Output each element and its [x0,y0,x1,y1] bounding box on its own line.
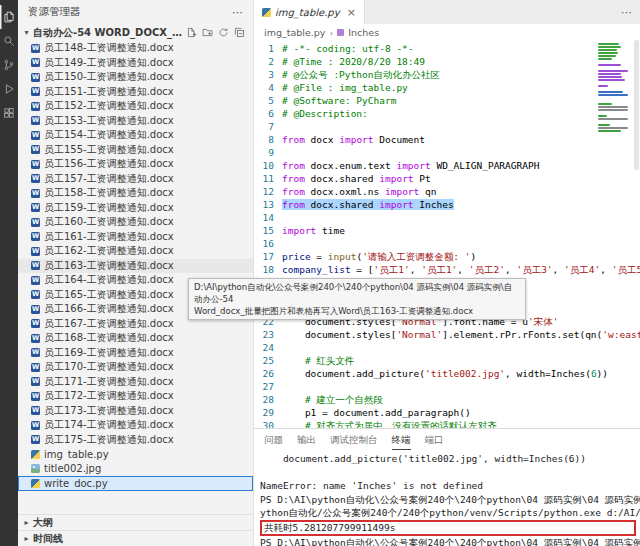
panel-tab[interactable]: 输出 [297,430,316,450]
word-file-icon: W [31,203,40,212]
file-row[interactable]: W员工168-工资调整通知.docx [18,331,253,346]
selection-highlight: from docx.shared import Inches [282,199,454,210]
line-number: 10 [254,159,274,172]
minimap[interactable] [598,43,632,133]
word-file-icon: W [31,87,40,96]
python-icon [262,8,271,17]
scrollbar-thumb[interactable] [634,40,639,170]
editor-scrollbar[interactable] [633,40,640,428]
editor-more-actions-icon[interactable]: ⋯ [613,6,640,19]
word-file-icon: W [31,102,40,111]
minimap-line [598,106,628,108]
code-line: from docx import Document [282,133,640,146]
image-file-icon [31,464,40,473]
file-row[interactable]: W员工156-工资调整通知.docx [18,157,253,172]
code-line: price = input('请输入工资调整金额: ') [282,250,640,263]
minimap-line [598,43,619,45]
file-name: img_table.py [44,449,109,460]
code-editor[interactable]: 1234567891011121314151617181920212223242… [254,40,640,428]
breadcrumb-symbol[interactable]: Inches [348,27,379,38]
code-line: # 红头文件 [282,354,640,367]
file-row[interactable]: W员工169-工资调整通知.docx [18,346,253,361]
file-row[interactable]: W员工174-工资调整通知.docx [18,418,253,433]
panel-tab[interactable]: 端口 [425,430,444,450]
line-number: 30 [254,419,274,428]
file-row[interactable]: W员工154-工资调整通知.docx [18,128,253,143]
panel-tabs: 问题输出调试控制台终端端口 [254,429,640,451]
minimap-line [598,118,628,120]
code-line: # @公众号 :Python自动化办公社区 [282,68,640,81]
line-number: 9 [254,146,274,159]
run-debug-icon[interactable] [0,77,18,101]
new-file-icon[interactable] [186,27,197,38]
more-actions-icon[interactable]: ⋯ [232,6,243,19]
file-row[interactable]: W员工148-工资调整通知.docx [18,41,253,56]
file-row[interactable]: W员工153-工资调整通知.docx [18,114,253,129]
panel-tab[interactable]: 终端 [392,430,411,450]
code-line: company_list = ['员工1', '员工1', '员工2', '员工… [282,263,640,276]
file-name: 员工152-工资调整通知.docx [44,99,174,113]
file-row[interactable]: W员工151-工资调整通知.docx [18,85,253,100]
code-lines: # -*- coding: utf-8 -*-# @Time : 2020/8/… [282,40,640,428]
file-row[interactable]: W员工170-工资调整通知.docx [18,360,253,375]
file-row[interactable]: W员工161-工资调整通知.docx [18,230,253,245]
file-name: 员工169-工资调整通知.docx [44,346,174,360]
file-name: 员工161-工资调整通知.docx [44,230,174,244]
file-name: 员工148-工资调整通知.docx [44,41,174,55]
line-number: 12 [254,185,274,198]
panel-tab[interactable]: 问题 [264,430,283,450]
code-line [282,211,640,224]
explorer-icon[interactable] [0,5,18,29]
breadcrumb-file[interactable]: img_table.py [264,27,325,38]
search-icon[interactable] [0,29,18,53]
file-row[interactable]: W员工150-工资调整通知.docx [18,70,253,85]
word-file-icon: W [31,377,40,386]
minimap-line [598,46,621,48]
word-file-icon: W [31,174,40,183]
file-row[interactable]: W员工171-工资调整通知.docx [18,375,253,390]
close-icon[interactable]: × [347,6,356,19]
file-row[interactable]: W员工149-工资调整通知.docx [18,56,253,71]
breadcrumb-separator: › [329,27,333,38]
file-row[interactable]: img_table.py [18,447,253,462]
code-line: import time [282,224,640,237]
file-row[interactable]: W员工158-工资调整通知.docx [18,186,253,201]
word-file-icon: W [31,247,40,256]
source-control-icon[interactable] [0,53,18,77]
file-row[interactable]: W员工155-工资调整通知.docx [18,143,253,158]
file-row[interactable]: W员工163-工资调整通知.docx [18,259,253,274]
file-row[interactable]: W员工162-工资调整通知.docx [18,244,253,259]
activity-bar [0,0,18,546]
timeline-label: 时间线 [33,532,63,546]
file-row[interactable]: W员工175-工资调整通知.docx [18,433,253,448]
panel-tab[interactable]: 调试控制台 [330,430,378,450]
new-folder-icon[interactable] [202,27,213,38]
file-row[interactable]: write_doc.py [18,476,253,491]
folder-section-header[interactable]: ▾ 自动办公-54 Word_docx_批量把图片和表格再写入Word [18,24,253,41]
terminal-content[interactable]: document.add_picture('title002.jpg', wid… [254,451,640,546]
extensions-icon[interactable] [0,101,18,125]
file-row[interactable]: W员工152-工资调整通知.docx [18,99,253,114]
timeline-section[interactable]: ▸ 时间线 [18,530,253,546]
file-row[interactable]: W员工159-工资调整通知.docx [18,201,253,216]
file-row[interactable]: W员工157-工资调整通知.docx [18,172,253,187]
file-row[interactable]: W员工160-工资调整通知.docx [18,215,253,230]
word-file-icon: W [31,232,40,241]
code-line: # 建立一个自然段 [282,393,640,406]
tab-img-table-py[interactable]: img_table.py × [254,0,365,24]
refresh-icon[interactable] [218,27,229,38]
code-line: from docx.enum.text import WD_ALIGN_PARA… [282,159,640,172]
collapse-all-icon[interactable] [234,27,245,38]
minimap-line [598,73,621,75]
bottom-panel: 问题输出调试控制台终端端口 document.add_picture('titl… [254,428,640,546]
outline-section[interactable]: ▸ 大纲 [18,514,253,530]
word-file-icon: W [31,421,40,430]
file-row[interactable]: W员工173-工资调整通知.docx [18,404,253,419]
breadcrumb[interactable]: img_table.py › Inches [254,24,640,40]
line-number: 28 [254,393,274,406]
code-line: document.styles['Normal'].element.rPr.rF… [282,328,640,341]
file-row[interactable]: title002.jpg [18,462,253,477]
file-name: 员工156-工资调整通知.docx [44,157,174,171]
sidebar-header: 资源管理器 ⋯ [18,0,253,24]
file-row[interactable]: W员工172-工资调整通知.docx [18,389,253,404]
